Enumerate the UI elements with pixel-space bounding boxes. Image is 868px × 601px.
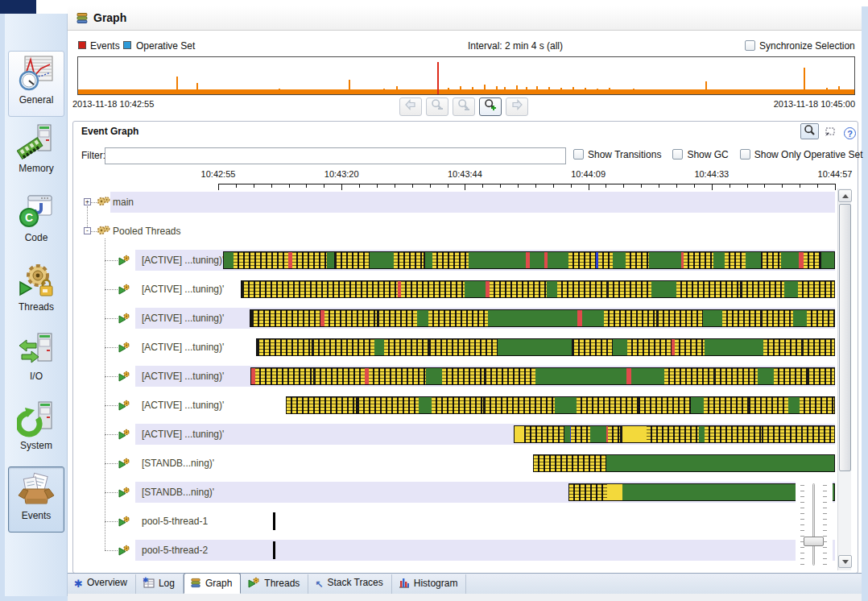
show-gc-checkbox[interactable] — [672, 149, 683, 160]
thread-event-bar[interactable] — [223, 251, 835, 269]
event-segment-g — [530, 252, 545, 268]
single-event-tick[interactable] — [273, 512, 275, 530]
slider-handle[interactable] — [804, 537, 824, 546]
sidebar-item-events[interactable]: Events — [8, 466, 64, 533]
activity-spike — [560, 88, 562, 94]
checkbox-label: Show Transitions — [588, 149, 661, 160]
event-segment-y — [486, 397, 555, 413]
zoom-out-button[interactable] — [426, 97, 448, 116]
log-icon: ✱ — [143, 577, 155, 591]
thread-event-bar[interactable] — [514, 425, 835, 443]
thread-label[interactable]: [STANDB...ning)' — [142, 487, 214, 498]
thread-label[interactable]: [ACTIVE] ...tuning)' — [142, 284, 224, 295]
scrollbar-up-button[interactable] — [838, 189, 852, 202]
thread-label[interactable]: [ACTIVE] ...tuning)' — [142, 400, 224, 411]
event-segment-g — [498, 339, 572, 355]
activity-spike — [496, 86, 498, 94]
tab-overview[interactable]: ✱Overview — [68, 574, 136, 594]
sidebar-item-memory[interactable]: Memory — [8, 120, 64, 186]
tab-threads[interactable]: Threads — [241, 574, 308, 594]
scrollbar-thumb[interactable] — [839, 204, 851, 471]
event-segment-y — [534, 455, 606, 471]
thread-label[interactable]: [ACTIVE] ...tuning)' — [142, 313, 224, 324]
activity-spike — [303, 91, 304, 94]
event-segment-y — [763, 339, 801, 355]
activity-spike — [339, 90, 341, 94]
slider-tick — [823, 541, 827, 542]
axis-tick-label: 10:44:09 — [571, 169, 606, 179]
thread-event-bar[interactable] — [250, 309, 835, 327]
thread-label[interactable]: pool-5-thread-1 — [142, 516, 208, 527]
event-segment-y — [774, 368, 807, 384]
sidebar-item-threads[interactable]: Threads — [8, 259, 64, 325]
zoom-in-button[interactable] — [479, 97, 502, 116]
activity-spike — [778, 91, 779, 94]
event-segment-y — [234, 252, 288, 268]
slider-tick — [800, 530, 804, 531]
overview-timeline-chart[interactable] — [77, 56, 855, 95]
activity-spike — [196, 83, 198, 94]
thread-group-icon — [97, 196, 110, 209]
thread-group-label[interactable]: main — [113, 197, 134, 208]
magnifier-plus-icon — [484, 102, 497, 114]
thread-group-label[interactable]: Pooled Threads — [113, 226, 181, 237]
slider-groove[interactable] — [812, 483, 815, 566]
forward-button[interactable] — [506, 97, 528, 116]
synchronize-selection-checkbox[interactable] — [745, 40, 755, 51]
tab-stack-traces[interactable]: ↖Stack Traces — [308, 574, 391, 594]
show-only-operative-set-checkbox[interactable] — [740, 149, 750, 160]
tab-graph[interactable]: Graph — [184, 573, 241, 594]
slider-tick — [823, 547, 827, 548]
event-segment-g — [781, 252, 799, 268]
slider-tick — [823, 508, 827, 508]
event-segment-g — [699, 426, 705, 442]
event-segment-g — [469, 252, 526, 268]
help-button[interactable]: ? — [841, 126, 859, 143]
single-event-tick[interactable] — [273, 541, 275, 559]
sidebar-item-system[interactable]: System — [8, 397, 64, 463]
interval-text: Interval: 2 min 4 s (all) — [419, 40, 612, 52]
tab-histogram[interactable]: Histogram — [392, 574, 467, 594]
zoom-tool-button[interactable] — [800, 123, 819, 139]
activity-spike — [242, 90, 244, 94]
thread-icon — [118, 371, 130, 384]
slider-tick — [823, 513, 827, 514]
filter-input[interactable] — [105, 147, 566, 164]
vertical-scrollbar[interactable] — [837, 189, 851, 570]
show-transitions-checkbox[interactable] — [573, 149, 584, 160]
thread-event-bar[interactable] — [241, 280, 835, 298]
thread-label[interactable]: [ACTIVE] ...tuning)' — [142, 429, 224, 440]
event-segment-g — [590, 426, 606, 442]
thread-event-bar[interactable] — [250, 367, 835, 385]
minor-tick — [448, 184, 448, 188]
tab-label: Graph — [205, 578, 232, 589]
event-segment-g — [374, 339, 384, 355]
thread-label[interactable]: pool-5-thread-2 — [142, 545, 208, 556]
tree-expander[interactable]: - — [84, 227, 91, 234]
thread-event-bar[interactable] — [286, 396, 835, 414]
thread-label[interactable]: [STANDB...ning)' — [142, 458, 214, 469]
zoom-nav-toolbar — [399, 97, 532, 116]
event-segment-y — [255, 368, 313, 384]
activity-spike — [504, 87, 506, 94]
tab-log[interactable]: ✱Log — [136, 574, 184, 594]
scrollbar-down-button[interactable] — [838, 555, 852, 568]
event-segment-g — [713, 252, 725, 268]
thread-label[interactable]: [ACTIVE] ...tuning)' — [142, 371, 224, 382]
minor-tick — [817, 184, 818, 188]
thread-label[interactable]: [ACTIVE] ...tuning)' — [142, 255, 224, 266]
activity-spike — [176, 77, 178, 94]
sidebar-item-io[interactable]: I/O — [8, 328, 64, 394]
thread-event-bar[interactable] — [533, 454, 835, 472]
event-segment-g — [582, 310, 605, 326]
tree-expander[interactable]: + — [84, 198, 91, 205]
select-region-tool-button[interactable] — [820, 126, 839, 143]
sidebar-item-general[interactable]: General — [8, 51, 64, 117]
back-button[interactable] — [399, 97, 422, 116]
sidebar-item-code[interactable]: CCode — [8, 189, 64, 255]
event-segment-y — [742, 281, 784, 297]
thread-event-bar[interactable] — [256, 338, 835, 356]
thread-label[interactable]: [ACTIVE] ...tuning)' — [142, 342, 224, 353]
event-segment-y — [809, 368, 833, 384]
zoom-selection-button[interactable] — [453, 97, 475, 116]
